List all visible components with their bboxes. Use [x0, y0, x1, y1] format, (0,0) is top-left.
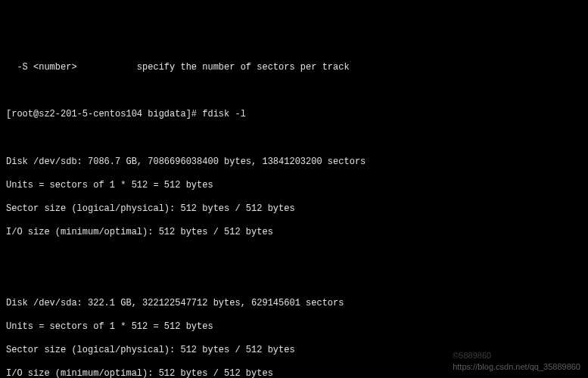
terminal-output: -S <number> specify the number of sector… [6, 50, 582, 378]
command-line: [root@sz2-201-5-centos104 bigdata]# fdis… [6, 109, 582, 121]
disk-header: Disk /dev/sda: 322.1 GB, 322122547712 by… [6, 298, 582, 310]
disk-units: Units = sectors of 1 * 512 = 512 bytes [6, 321, 582, 333]
shell-prompt: [root@sz2-201-5-centos104 bigdata]# [6, 109, 202, 119]
disk-io: I/O size (minimum/optimal): 512 bytes / … [6, 368, 582, 378]
typed-command: fdisk -l [202, 109, 246, 119]
blank-line [6, 250, 582, 262]
disk-io: I/O size (minimum/optimal): 512 bytes / … [6, 227, 582, 239]
blank-line [6, 133, 582, 145]
disk-units: Units = sectors of 1 * 512 = 512 bytes [6, 180, 582, 192]
disk-sector: Sector size (logical/physical): 512 byte… [6, 345, 582, 357]
disk-sector: Sector size (logical/physical): 512 byte… [6, 203, 582, 215]
blank-line [6, 85, 582, 98]
help-fragment: -S <number> specify the number of sector… [6, 62, 582, 74]
blank-line [6, 274, 582, 287]
disk-header: Disk /dev/sdb: 7086.7 GB, 7086696038400 … [6, 156, 582, 169]
